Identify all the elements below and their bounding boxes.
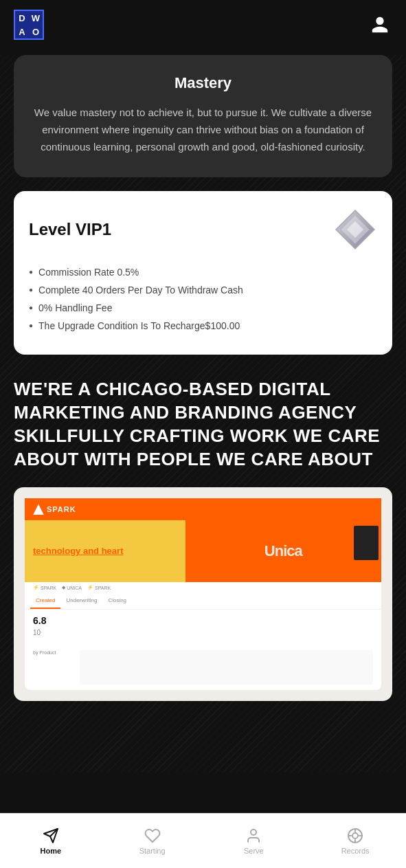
spark-logo: SPARK: [33, 504, 76, 515]
starting-heart-icon: [144, 827, 161, 844]
preview-nav-tabs: Created Underwriting Closing: [25, 593, 381, 610]
preview-tab-created: Created: [30, 593, 60, 609]
preview-chart-area: by Product: [25, 645, 381, 690]
nav-label-records: Records: [341, 847, 370, 855]
records-clock-icon: [347, 827, 363, 844]
user-profile-icon[interactable]: [368, 12, 392, 37]
agency-section: WE'RE A CHICAGO-BASED DIGITAL MARKETING …: [0, 371, 406, 487]
spark-header-bar: SPARK: [25, 498, 381, 520]
logo-cell-o: O: [29, 25, 43, 38]
hero-left: technology and heart: [25, 520, 185, 582]
hero-left-text: technology and heart: [33, 546, 177, 557]
chart-label: by Product: [33, 650, 74, 685]
spark-icon: [33, 504, 44, 515]
preview-tab-underwriting: Underwriting: [60, 593, 102, 609]
hero-right: Unica: [185, 520, 381, 582]
logo[interactable]: D W A O: [14, 10, 44, 40]
preview-data-number: 6.8: [33, 615, 46, 626]
mastery-body: We value mastery not to achieve it, but …: [29, 104, 377, 155]
nav-item-starting[interactable]: Starting: [102, 822, 203, 860]
bottom-nav: Home Starting Serve Records: [0, 813, 406, 868]
nav-item-home[interactable]: Home: [0, 822, 102, 860]
chart-bar: [80, 650, 373, 685]
logo-cell-d: D: [15, 11, 29, 25]
vip-benefit-3: 0% Handling Fee: [29, 302, 377, 313]
vip-header: Level VIP1: [29, 208, 377, 252]
nav-label-starting: Starting: [139, 847, 166, 855]
preview-tab-closing: Closing: [102, 593, 132, 609]
sub-logos-row: ⚡SPARK ◆UNICA ⚡SPARK: [25, 582, 381, 593]
preview-data-sub: 10: [33, 629, 41, 636]
browser-mockup: SPARK technology and heart Unica ⚡SPARK: [25, 498, 381, 690]
main-content: Mastery We value mastery not to achieve …: [0, 55, 406, 772]
nav-label-home: Home: [41, 847, 62, 855]
svg-point-6: [352, 833, 358, 838]
preview-data-table: 6.8 10: [25, 610, 381, 645]
sub-logo-unica: ◆UNICA: [62, 585, 82, 590]
preview-container: SPARK technology and heart Unica ⚡SPARK: [14, 487, 392, 701]
preview-data-row: 6.8: [33, 615, 373, 626]
vip-card: Level VIP1 Commission Rate 0.5% Complete…: [14, 191, 392, 355]
vip-title: Level VIP1: [29, 220, 111, 239]
hero-box-decoration: [354, 526, 379, 560]
mastery-card: Mastery We value mastery not to achieve …: [14, 55, 392, 177]
nav-label-serve: Serve: [244, 847, 264, 855]
nav-item-records[interactable]: Records: [304, 822, 406, 860]
sub-logo-spark2: ⚡SPARK: [87, 585, 111, 590]
hero-big-text: Unica: [264, 542, 302, 560]
nav-item-serve[interactable]: Serve: [203, 822, 305, 860]
vip-badge-icon: [333, 208, 377, 252]
spark-name: SPARK: [47, 505, 76, 513]
serve-user-icon: [245, 827, 262, 844]
agency-headline: WE'RE A CHICAGO-BASED DIGITAL MARKETING …: [14, 378, 392, 471]
vip-benefit-2: Complete 40 Orders Per Day To Withdraw C…: [29, 285, 377, 296]
svg-point-4: [251, 830, 256, 835]
sub-logo-spark: ⚡SPARK: [33, 585, 56, 590]
logo-cell-a: A: [15, 25, 29, 38]
header: D W A O: [0, 0, 406, 49]
logo-cell-w: W: [29, 11, 43, 25]
home-send-icon: [43, 827, 59, 844]
vip-benefit-1: Commission Rate 0.5%: [29, 267, 377, 278]
vip-benefit-4: The Upgrade Condition Is To Recharge$100…: [29, 320, 377, 331]
hero-section: technology and heart Unica: [25, 520, 381, 582]
mastery-title: Mastery: [29, 74, 377, 92]
vip-benefits-list: Commission Rate 0.5% Complete 40 Orders …: [29, 267, 377, 331]
preview-data-sub-row: 10: [33, 629, 373, 636]
